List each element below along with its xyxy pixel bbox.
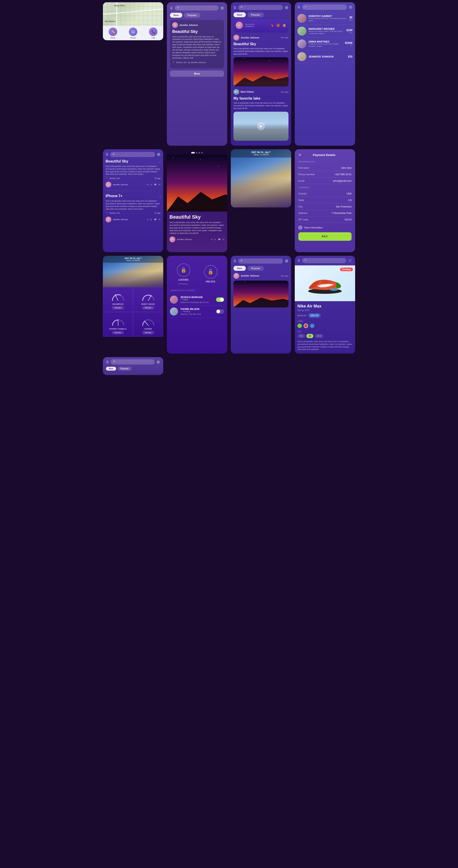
tab-popular-4[interactable]: Popular — [248, 266, 264, 271]
payment-card: ✕ Payment Details INFORMATION Full name … — [295, 149, 355, 252]
user-toggle-1[interactable] — [216, 298, 224, 302]
play-button[interactable]: ▶ — [257, 122, 265, 130]
person-desc-3: Vestibulum rutrum quam vitae fringilla t… — [308, 43, 343, 48]
bs-loc-icon-1: 📍 — [105, 177, 108, 180]
bs-meta-2: 📍 Boston, MA 2h ago — [105, 212, 161, 214]
shampoo-reorder-button[interactable]: Reorder — [112, 306, 124, 309]
coffee-name: COFEE — [144, 328, 152, 330]
papertowels-reorder-button[interactable]: Reorder — [112, 331, 124, 334]
filter-icon-4[interactable]: ⚙️ — [285, 259, 289, 263]
save-checkbox[interactable]: ✓ — [298, 225, 302, 229]
tab-new-2[interactable]: New — [233, 12, 246, 17]
bottom-author-row: JJ Jennifer Johnson 20m ago — [233, 273, 289, 279]
country-value: USA — [347, 192, 352, 195]
lock-item-unlock[interactable]: 🔓 UNLOCK — [204, 265, 217, 283]
filter-icon-3[interactable]: ⚙️ — [157, 153, 161, 156]
bottom-time: 20m ago — [281, 275, 289, 277]
locking-label: LOCKING — [178, 279, 189, 281]
sky-comments: 31 — [222, 238, 225, 241]
pay-button[interactable]: PAY — [298, 232, 352, 241]
search-input-wrap-5[interactable]: 🔍 — [111, 360, 155, 365]
tab-popular-1[interactable]: Popular — [184, 13, 200, 18]
sky-author: Jennifer Johnson — [177, 238, 192, 241]
book-button[interactable]: ✏️ Book — [109, 28, 117, 39]
tab-popular-2[interactable]: Popular — [248, 12, 264, 17]
search-input-wrap-1[interactable]: 🔍 — [175, 5, 219, 10]
user-checkout-1: Check out: Tomorrow @ 10 A.M. — [180, 301, 214, 304]
bottom-article-card: ☰ 🔍 ⚙️ New Popular JJ Jennifer Johnson 2… — [231, 256, 291, 354]
bs-comment-icon-1[interactable]: 💬 — [154, 184, 157, 186]
people-filter-icon[interactable]: ⚙️ — [349, 5, 353, 9]
art2-video[interactable]: ▶ — [233, 112, 289, 141]
filter-icon-1[interactable]: ⚙️ — [220, 6, 224, 10]
house-interior-1: 2647 4th St., Apt 7 Tahoe, CA 98726 — [231, 149, 291, 208]
state-label: State — [298, 199, 304, 202]
product-card: ☰ 🔍 🛒 Trending — [295, 256, 355, 354]
person-avatar-3 — [297, 39, 306, 48]
search-input-wrap-4[interactable]: 🔍 — [238, 258, 283, 264]
papertowels-name: PAPER TOWELS — [109, 328, 127, 330]
menu-icon-1[interactable]: ☰ — [170, 6, 173, 10]
save-info-row[interactable]: ✓ Save information — [298, 225, 352, 229]
sky-comment-icon[interactable]: 💬 — [218, 238, 221, 241]
size-10-5[interactable]: 10.5 — [315, 334, 323, 338]
bell-icon[interactable]: 🔔 — [283, 24, 286, 27]
color-blue[interactable] — [310, 323, 315, 328]
menu-icon-3[interactable]: ☰ — [105, 153, 108, 156]
tab-new-1[interactable]: New — [170, 13, 182, 18]
dot-2 — [196, 152, 197, 154]
call-button[interactable]: 📞 Call — [149, 28, 158, 39]
menu-icon-2[interactable]: ☰ — [233, 6, 236, 9]
menu-icon-4[interactable]: ☰ — [233, 259, 236, 263]
phone-label: Phone Number — [298, 173, 315, 176]
size-10[interactable]: 10 — [306, 334, 313, 338]
gift-icon[interactable]: 🎁 — [276, 24, 280, 27]
filter-icon-5[interactable]: ⚙️ — [156, 360, 160, 364]
bs-comments-2: 31 — [158, 218, 161, 221]
sky-large-content: Beautiful Sky Sed ut perspiciatis unde o… — [167, 212, 227, 252]
person-item-1[interactable]: DOROTHY GARRET Fusce vehicula dolor arcu… — [295, 12, 355, 25]
payment-close-button[interactable]: ✕ — [298, 153, 301, 157]
product-search[interactable]: 🔍 — [302, 258, 346, 263]
sky-heart-icon[interactable]: ♥ — [211, 238, 212, 241]
bodywash-reorder-button[interactable]: Reorder — [142, 306, 154, 309]
bs-heart-icon-1[interactable]: ♥ — [147, 184, 148, 186]
color-green[interactable] — [297, 323, 302, 328]
user-toggle-2[interactable] — [216, 309, 224, 314]
papertowels-gauge-svg — [110, 315, 126, 327]
payment-info-label: INFORMATION — [298, 161, 352, 163]
people-menu-icon[interactable]: ☰ — [297, 5, 300, 9]
route-button[interactable]: 🗺️ Route — [129, 28, 137, 39]
more-button-1[interactable]: More — [170, 70, 224, 77]
bookmark-icon[interactable]: 🔖 — [270, 24, 274, 27]
payment-field-country: Country USA — [298, 190, 352, 197]
filter-icon-2[interactable]: ⚙️ — [285, 6, 289, 9]
color-dots — [297, 323, 353, 328]
art2-body: Sed ut perspiciatis unde omnis iste natu… — [233, 102, 289, 110]
tab-new-4[interactable]: New — [233, 266, 246, 271]
tabs-row-2: New Popular — [233, 12, 289, 17]
page-content: Geary Blvd The Fillmore ✏️ Book 🗺️ Route… — [103, 2, 355, 375]
tab-popular-5[interactable]: Popular — [118, 367, 131, 371]
person-item-2[interactable]: MARGARET WAGNER Mauris non tempor quam, … — [295, 25, 355, 38]
size-9-5[interactable]: 9.5 — [297, 334, 305, 338]
search-input-wrap-2[interactable]: 🔍 — [238, 5, 283, 10]
menu-icon-5[interactable]: ☰ — [106, 360, 109, 364]
art2-time: 20m ago — [281, 91, 289, 93]
bs-comment-icon-2[interactable]: 💬 — [154, 218, 157, 221]
tab-new-5[interactable]: New — [106, 367, 116, 371]
bs-arrow-2[interactable]: › — [159, 195, 161, 198]
search-input-wrap-3[interactable]: 🔍 — [110, 152, 155, 157]
bs-meta-1: 📍 Boston, MA 2h ago — [105, 177, 161, 180]
person-name-1: DOROTHY GARRET — [308, 15, 347, 18]
product-desc: Sed ut perspiciatis unde omnis iste natu… — [297, 340, 353, 351]
bs-arrow-1[interactable]: › — [159, 160, 161, 163]
color-red[interactable] — [304, 323, 308, 328]
product-menu-icon[interactable]: ☰ — [297, 259, 300, 262]
coffee-reorder-button[interactable]: Reorder — [142, 331, 154, 334]
person-item-4[interactable]: JENNIFER JOHNSON $10 — [295, 50, 355, 63]
product-cart-icon[interactable]: 🛒 — [348, 258, 353, 263]
supplies-grid: SHAMPOO Reorder BODY WASH Reorder — [103, 287, 163, 337]
bs-heart-icon-2[interactable]: ♥ — [147, 218, 148, 221]
person-item-3[interactable]: EMMA MARTINEZ Vestibulum rutrum quam vit… — [295, 38, 355, 50]
